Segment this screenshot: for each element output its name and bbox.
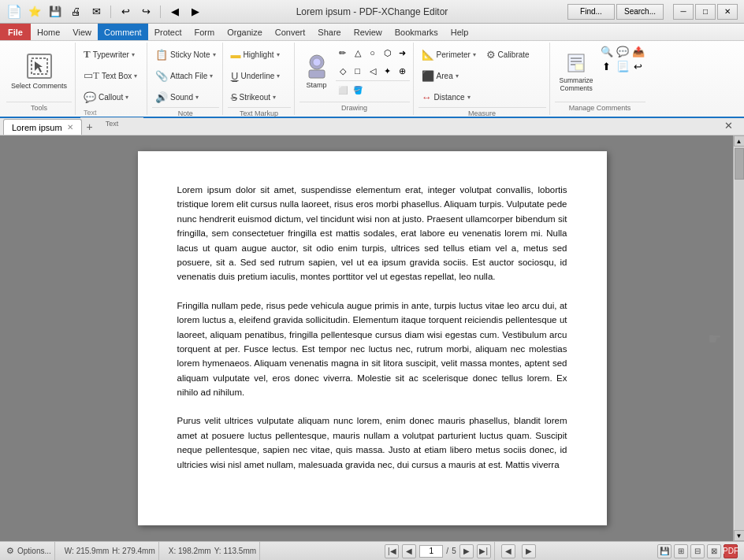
qa-forward[interactable]: ▶: [188, 4, 203, 20]
area-dropdown[interactable]: ▾: [456, 72, 459, 80]
first-page-button[interactable]: |◀: [385, 544, 399, 558]
star-tool[interactable]: ✦: [381, 64, 395, 78]
scroll-up-button[interactable]: ▲: [734, 135, 745, 146]
export-comments-button[interactable]: 📤: [631, 44, 645, 58]
menu-comment[interactable]: Comment: [98, 24, 148, 40]
strikeout-button[interactable]: S̶ Strikeout ▾: [228, 87, 291, 107]
qa-redo[interactable]: ↪: [138, 4, 154, 20]
typewriter-button[interactable]: T Typewriter ▾: [80, 44, 143, 65]
fill-tool[interactable]: 🪣: [351, 83, 365, 97]
perimeter-button[interactable]: 📐 Perimeter ▾: [418, 44, 482, 65]
distance-dropdown[interactable]: ▾: [467, 94, 471, 101]
callout-dropdown[interactable]: ▾: [125, 94, 128, 101]
menu-organize[interactable]: Organize: [221, 24, 269, 40]
attach-file-button[interactable]: 📎 Attach File ▾: [152, 65, 219, 86]
stamp-label: Stamp: [307, 81, 327, 89]
tab-lorem-ipsum[interactable]: Lorem ipsum ✕: [3, 119, 82, 135]
sticky-dropdown[interactable]: ▾: [213, 51, 216, 58]
pencil-tool[interactable]: ✏: [336, 46, 350, 60]
menu-view[interactable]: View: [66, 24, 98, 40]
highlight-button[interactable]: ▬ Highlight ▾: [228, 44, 291, 65]
underline-dropdown[interactable]: ▾: [277, 72, 280, 80]
arrow-tool[interactable]: ➜: [396, 46, 410, 60]
menu-file[interactable]: File: [0, 24, 31, 40]
scroll-thumb[interactable]: [735, 148, 744, 180]
close-sidebar-button[interactable]: ✕: [724, 120, 733, 132]
close-button[interactable]: ✕: [717, 4, 738, 20]
qa-email[interactable]: ✉: [88, 4, 104, 20]
minimize-button[interactable]: ─: [673, 4, 694, 20]
menu-help[interactable]: Help: [445, 24, 475, 40]
reply-button[interactable]: ↩: [631, 59, 645, 73]
distance-button[interactable]: ↔ Distance ▾: [418, 87, 482, 107]
area-button[interactable]: ⬛ Area ▾: [418, 65, 482, 86]
app-icon[interactable]: 📄: [6, 4, 22, 19]
qa-print[interactable]: 🖨: [68, 4, 84, 20]
search-button[interactable]: Search...: [616, 4, 664, 20]
menu-share[interactable]: Share: [311, 24, 347, 40]
menu-convert[interactable]: Convert: [269, 24, 312, 40]
scroll-down-button[interactable]: ▼: [734, 530, 745, 541]
menu-bookmarks[interactable]: Bookmarks: [389, 24, 445, 40]
typewriter-dropdown[interactable]: ▾: [132, 51, 135, 58]
menu-protect[interactable]: Protect: [148, 24, 188, 40]
maximize-button[interactable]: □: [695, 4, 716, 20]
summarize-comments-button[interactable]: SummarizeComments: [555, 44, 598, 99]
prev-page-button[interactable]: ◀: [402, 544, 416, 558]
bookmark-nav-prev[interactable]: ◀: [501, 544, 515, 558]
sort-up-button[interactable]: ⬆: [600, 59, 614, 73]
menu-form[interactable]: Form: [188, 24, 221, 40]
underline-button[interactable]: U̲ Underline ▾: [228, 65, 291, 86]
view-mode3-button[interactable]: ⊠: [707, 544, 721, 558]
last-page-button[interactable]: ▶|: [477, 544, 491, 558]
qa-new[interactable]: ⭐: [27, 4, 43, 20]
highlight-dropdown[interactable]: ▾: [277, 51, 280, 58]
stamp-button[interactable]: Stamp: [299, 44, 334, 99]
options-label[interactable]: Options...: [17, 547, 51, 555]
attach-dropdown[interactable]: ▾: [210, 72, 213, 80]
qa-undo[interactable]: ↩: [117, 4, 133, 20]
list-button[interactable]: 📃: [616, 59, 630, 73]
scroll-track[interactable]: [735, 146, 744, 530]
next-page-button[interactable]: ▶: [459, 544, 474, 558]
select-comments-button[interactable]: Select Comments: [6, 44, 72, 99]
eraser-tool[interactable]: ⬜: [336, 83, 350, 97]
circle-tool[interactable]: ○: [366, 46, 380, 60]
find-button[interactable]: Find...: [567, 4, 615, 20]
sound-dropdown[interactable]: ▾: [195, 94, 199, 101]
add-tab-button[interactable]: +: [82, 119, 98, 135]
qa-save[interactable]: 💾: [47, 4, 63, 20]
play-tool[interactable]: ◁: [366, 64, 380, 78]
view-mode2-button[interactable]: ⊟: [690, 544, 705, 558]
rect-tool[interactable]: □: [351, 64, 365, 78]
save-status-button[interactable]: 💾: [657, 544, 671, 558]
bookmark-nav-next[interactable]: ▶: [522, 544, 536, 558]
qa-back[interactable]: ◀: [167, 4, 183, 20]
view-mode1-button[interactable]: ⊞: [674, 544, 688, 558]
polygon-tool[interactable]: ⬡: [381, 46, 395, 60]
typewriter-icon: T: [84, 48, 91, 61]
tab-close-button[interactable]: ✕: [67, 123, 73, 132]
calibrate-button[interactable]: ⚙ Calibrate: [483, 44, 546, 65]
cross-tool[interactable]: ⊕: [396, 64, 410, 78]
triangle-tool[interactable]: △: [351, 46, 365, 60]
strikeout-icon: S̶: [231, 91, 237, 103]
scrollbar-right[interactable]: ▲ ▼: [733, 135, 744, 541]
search-comments-button[interactable]: 🔍: [600, 44, 614, 58]
diamond-tool[interactable]: ◇: [336, 64, 350, 78]
comment-button[interactable]: 💬: [616, 44, 630, 58]
callout-button[interactable]: 💬 Callout ▾: [80, 87, 143, 107]
pdf-export-button[interactable]: PDF: [724, 544, 738, 558]
textbox-button[interactable]: ▭T Text Box ▾: [80, 65, 143, 86]
sticky-note-button[interactable]: 📋 Sticky Note ▾: [152, 44, 219, 65]
perimeter-dropdown[interactable]: ▾: [473, 51, 476, 58]
menu-home[interactable]: Home: [31, 24, 66, 40]
sound-button[interactable]: 🔊 Sound ▾: [152, 87, 219, 107]
tools-content: Select Comments: [6, 44, 72, 102]
textbox-dropdown[interactable]: ▾: [134, 72, 137, 80]
doc-scroll-container[interactable]: Lorem ipsum dolor sit amet, suspendisse …: [6, 135, 738, 541]
menu-review[interactable]: Review: [348, 24, 389, 40]
markup-col: ▬ Highlight ▾ U̲ Underline ▾ S̶ Strikeou…: [228, 44, 291, 107]
strikeout-dropdown[interactable]: ▾: [273, 94, 276, 101]
current-page-input[interactable]: [419, 545, 443, 558]
